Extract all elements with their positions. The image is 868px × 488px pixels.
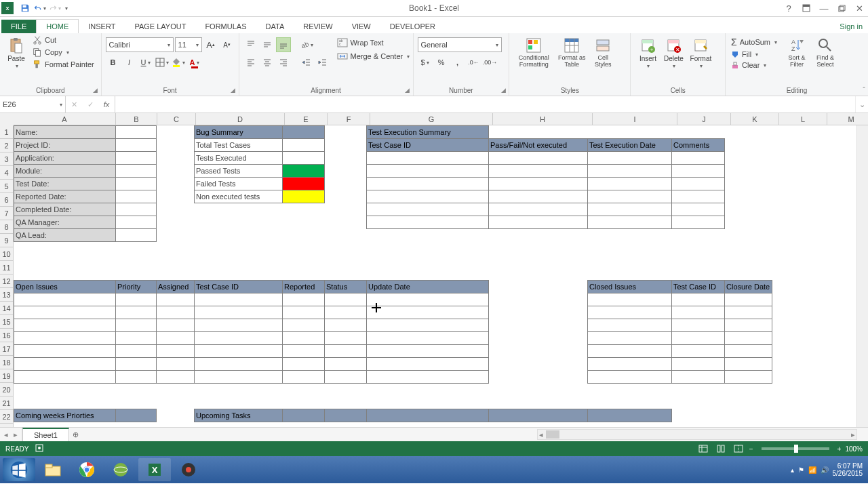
sort-filter-button[interactable]: AZSort & Filter [783, 35, 811, 68]
open-issues-cell[interactable] [156, 319, 195, 332]
horizontal-scrollbar[interactable]: ◂▸ [537, 429, 857, 440]
test-exec-cell[interactable] [488, 190, 588, 203]
open-issues-cell[interactable] [282, 344, 325, 358]
save-icon[interactable] [19, 2, 31, 14]
number-launcher-icon[interactable]: ◢ [499, 86, 507, 94]
ribbon-display-icon[interactable] [797, 1, 815, 15]
row-header-19[interactable]: 19 [0, 369, 14, 383]
fill-color-button[interactable]: ▾ [171, 55, 186, 70]
autosum-button[interactable]: ΣAutoSum▾ [730, 36, 778, 48]
paste-button[interactable]: Paste▾ [4, 35, 28, 70]
info-label[interactable]: Reported Date: [14, 190, 116, 203]
macro-record-icon[interactable] [35, 444, 43, 453]
tab-review[interactable]: REVIEW [294, 20, 342, 33]
open-issues-cell[interactable] [14, 370, 116, 384]
tab-data[interactable]: DATA [256, 20, 294, 33]
closed-issues-cell[interactable] [671, 293, 725, 306]
normal-view-icon[interactable] [696, 443, 710, 454]
sheet-tab-active[interactable]: Sheet1 [22, 428, 69, 441]
closed-issues-cell[interactable] [671, 306, 725, 319]
open-issues-cell[interactable] [366, 357, 489, 371]
open-issues-cell[interactable] [194, 357, 283, 371]
closed-issues-cell[interactable] [724, 357, 772, 371]
closed-issues-cell[interactable] [671, 370, 725, 384]
info-value[interactable] [115, 177, 157, 190]
info-label[interactable]: Name: [14, 125, 116, 139]
info-value[interactable] [115, 203, 157, 216]
bug-row-value[interactable] [282, 138, 325, 152]
wrap-text-button[interactable]: abcWrap Text [336, 37, 412, 48]
comma-format-icon[interactable]: , [450, 55, 465, 70]
test-exec-header[interactable]: Pass/Fail/Not executed [488, 138, 588, 152]
open-issues-header[interactable]: Open Issues [14, 280, 116, 293]
test-exec-cell[interactable] [488, 203, 588, 216]
closed-issues-cell[interactable] [587, 306, 672, 319]
test-exec-cell[interactable] [587, 164, 672, 178]
upcoming-tasks-header[interactable]: Upcoming Tasks [194, 409, 283, 422]
closed-issues-cell[interactable] [724, 293, 772, 306]
row-header-15[interactable]: 15 [0, 315, 14, 329]
col-header-E[interactable]: E [285, 113, 328, 125]
tab-view[interactable]: VIEW [342, 20, 380, 33]
bug-row-value[interactable] [282, 164, 325, 178]
select-all-corner[interactable] [0, 113, 14, 126]
test-exec-cell[interactable] [366, 164, 489, 178]
bold-button[interactable]: B [106, 55, 121, 70]
closed-issues-cell[interactable] [587, 331, 672, 345]
open-issues-cell[interactable] [282, 331, 325, 345]
tab-formulas[interactable]: FORMULAS [195, 20, 256, 33]
insert-function-icon[interactable]: fx [98, 100, 115, 108]
taskbar-app2-icon[interactable] [172, 458, 205, 481]
row-header-18[interactable]: 18 [0, 356, 14, 369]
open-issues-cell[interactable] [14, 293, 116, 306]
row-header-12[interactable]: 12 [0, 274, 14, 288]
closed-issues-header[interactable]: Closure Date [724, 280, 772, 293]
open-issues-cell[interactable] [115, 293, 157, 306]
bug-row-label[interactable]: Failed Tests [194, 177, 283, 190]
align-right-icon[interactable] [276, 55, 291, 70]
test-exec-cell[interactable] [671, 177, 725, 190]
name-box[interactable]: E26▾ [0, 96, 66, 113]
info-value[interactable] [115, 228, 157, 242]
orientation-icon[interactable]: ab▾ [299, 37, 314, 52]
column-headers[interactable]: ABCDEFGHIJKLM [14, 113, 868, 125]
collapse-ribbon-icon[interactable]: ˆ [863, 86, 865, 94]
bug-row-value[interactable] [282, 190, 325, 203]
sign-in-link[interactable]: Sign in [834, 20, 868, 33]
accounting-format-icon[interactable]: $▾ [418, 55, 433, 70]
col-header-F[interactable]: F [328, 113, 370, 125]
tab-home[interactable]: HOME [36, 19, 79, 33]
taskbar-explorer-icon[interactable] [37, 458, 69, 481]
test-exec-cell[interactable] [587, 203, 672, 216]
test-exec-cell[interactable] [671, 151, 725, 165]
open-issues-cell[interactable] [115, 357, 157, 371]
tab-developer[interactable]: DEVELOPER [380, 20, 445, 33]
align-top-icon[interactable] [243, 37, 258, 52]
minimize-icon[interactable]: — [815, 1, 833, 15]
formula-input[interactable] [115, 96, 855, 113]
open-issues-cell[interactable] [14, 357, 116, 371]
shrink-font-icon[interactable]: A▾ [220, 37, 235, 52]
taskbar-app-icon[interactable] [104, 458, 137, 481]
upcoming-tasks-col[interactable] [587, 409, 672, 422]
start-button[interactable] [3, 458, 35, 481]
row-header-1[interactable]: 1 [0, 125, 14, 139]
test-exec-cell[interactable] [671, 190, 725, 203]
page-layout-view-icon[interactable] [714, 443, 728, 454]
zoom-out-button[interactable]: − [749, 445, 753, 453]
close-icon[interactable]: ✕ [850, 1, 868, 15]
col-header-A[interactable]: A [14, 113, 116, 125]
bug-row-label[interactable]: Total Test Cases [194, 138, 283, 152]
test-exec-cell[interactable] [366, 190, 489, 203]
row-header-8[interactable]: 8 [0, 220, 14, 234]
borders-button[interactable]: ▾ [155, 55, 170, 70]
info-label[interactable]: Project ID: [14, 138, 116, 152]
bug-row-label[interactable]: Tests Executed [194, 151, 283, 165]
align-bottom-icon[interactable] [276, 37, 291, 52]
closed-issues-cell[interactable] [671, 331, 725, 345]
open-issues-cell[interactable] [366, 370, 489, 384]
row-header-10[interactable]: 10 [0, 247, 14, 261]
closed-issues-header[interactable]: Closed Issues [587, 280, 672, 293]
test-exec-header[interactable]: Comments [671, 138, 725, 152]
open-issues-cell[interactable] [156, 344, 195, 358]
